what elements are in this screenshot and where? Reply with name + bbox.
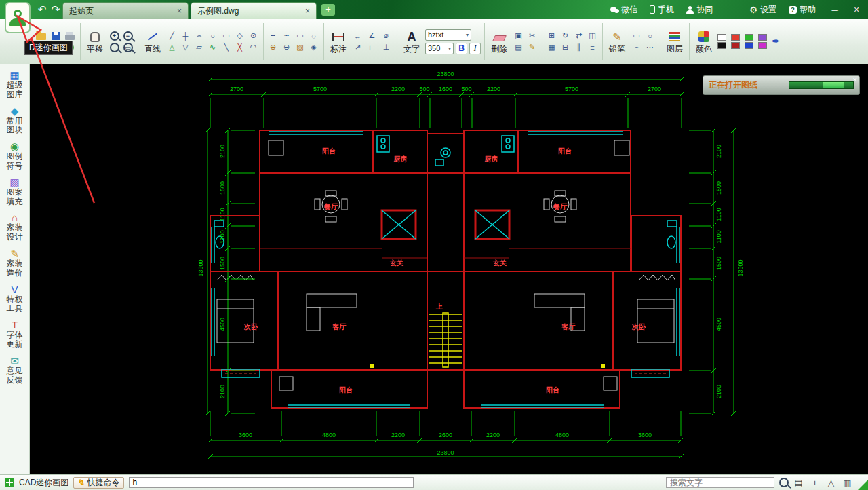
annotation-pen-icon[interactable]: ✒ — [770, 37, 782, 47]
donut-icon[interactable]: ⊖ — [281, 42, 292, 52]
search-text-input[interactable] — [666, 477, 774, 488]
polyline-icon[interactable]: ┼ — [180, 31, 191, 41]
rect-array-icon[interactable]: ▭ — [294, 31, 306, 41]
circle-ref-icon[interactable]: ◌ — [308, 31, 319, 41]
tab-close-icon[interactable]: × — [177, 7, 182, 15]
cross-icon[interactable]: ╳ — [234, 42, 245, 52]
drawing-canvas[interactable]: 2700570022005001600500220057002700238003… — [30, 64, 868, 474]
paste-icon[interactable]: ▤ — [513, 42, 524, 52]
angular-dim-icon[interactable]: ∠ — [366, 31, 378, 41]
offset-icon[interactable]: ╍ — [267, 31, 279, 41]
rectangle-icon[interactable]: ▭ — [220, 31, 232, 41]
bold-button[interactable]: B — [456, 43, 467, 54]
new-tab-button[interactable]: + — [321, 4, 335, 16]
swatch-white[interactable] — [717, 34, 726, 41]
print-preview-icon[interactable]: ▥ — [842, 478, 852, 488]
sidebar-item-super-library[interactable]: ▦超级 图库 — [0, 70, 30, 100]
pencil-button[interactable]: ✎ 铅笔 — [606, 29, 628, 54]
region-icon[interactable]: ◈ — [308, 42, 319, 52]
quick-command-button[interactable]: ↯ 快捷命令 — [73, 477, 124, 489]
linear-dim-icon[interactable]: ↔ — [352, 31, 363, 41]
doc-edit-icon[interactable]: ▤ — [793, 478, 804, 488]
color-button[interactable]: 颜色 — [693, 29, 715, 54]
swatch-green[interactable] — [745, 34, 753, 41]
save-file-icon[interactable] — [50, 31, 61, 41]
toast-close-button[interactable]: × — [853, 75, 857, 83]
settings-button[interactable]: ⚙ 设置 — [745, 3, 781, 16]
arc-icon[interactable]: ⌢ — [193, 31, 205, 41]
zoom-window-icon[interactable] — [108, 42, 120, 52]
sidebar-item-feedback[interactable]: ✉意见 反馈 — [0, 356, 30, 385]
scale-icon[interactable]: ⊟ — [559, 42, 571, 52]
italic-button[interactable]: I — [469, 43, 481, 54]
swatch-blue[interactable] — [745, 42, 753, 49]
swatch-red[interactable] — [731, 34, 740, 41]
sidebar-item-pattern-fill[interactable]: ▨图案 填充 — [0, 177, 30, 207]
perpendicular-icon[interactable]: ⊥ — [380, 42, 392, 52]
circle-icon[interactable]: ○ — [207, 31, 218, 41]
search-button[interactable] — [779, 478, 789, 487]
cloud-icon[interactable]: ⌢ — [631, 42, 642, 52]
halfarc-icon[interactable]: ◠ — [248, 42, 259, 52]
minimize-button[interactable]: ─ — [827, 5, 842, 15]
offset-copy-icon[interactable]: ∥ — [573, 42, 585, 52]
text-tool-button[interactable]: A 文字 — [401, 29, 422, 54]
resize-grip[interactable] — [858, 480, 868, 490]
close-button[interactable]: × — [849, 4, 864, 15]
erase-button[interactable]: 删除 — [488, 29, 510, 54]
tab-close-icon[interactable]: × — [305, 7, 310, 15]
open-file-icon[interactable] — [35, 31, 47, 41]
parallelogram-icon[interactable]: ▱ — [193, 42, 205, 52]
sidebar-item-font-update[interactable]: T字体 更新 — [0, 320, 30, 350]
print-icon[interactable] — [64, 31, 75, 41]
format-brush-icon[interactable]: ✎ — [526, 42, 538, 52]
font-size-select[interactable]: 350 ▾ — [425, 43, 454, 54]
phone-button[interactable]: 手机 — [645, 3, 679, 16]
triangle-icon[interactable]: △ — [166, 42, 178, 52]
line-icon[interactable]: ╱ — [166, 31, 178, 41]
tab-start-page[interactable]: 起始页 × — [62, 2, 189, 19]
explode-icon[interactable]: ≡ — [587, 42, 598, 52]
rotate-icon[interactable]: ↻ — [559, 31, 571, 41]
user-avatar-button[interactable] — [5, 2, 31, 33]
copy-icon[interactable]: ▣ — [513, 31, 524, 41]
swatch-black[interactable] — [717, 42, 726, 49]
align-icon[interactable]: ◫ — [587, 31, 598, 41]
ordinate-icon[interactable]: ∟ — [366, 42, 378, 52]
point-icon[interactable]: ⊙ — [248, 31, 259, 41]
redo-button[interactable]: ↷ — [49, 3, 62, 16]
sidebar-item-common-blocks[interactable]: ◆常用 图块 — [0, 106, 30, 136]
circle-sketch-icon[interactable]: ○ — [644, 31, 656, 41]
ray-icon[interactable]: ╲ — [220, 42, 232, 52]
line-tool-button[interactable]: 直线 — [142, 29, 163, 54]
swatch-purple[interactable] — [758, 34, 767, 41]
swatch-magenta[interactable] — [758, 42, 767, 49]
sidebar-item-home-design[interactable]: ⌂家装 设计 — [0, 212, 30, 242]
mirror-icon[interactable]: ⇄ — [573, 31, 585, 41]
add-sheet-icon[interactable]: + — [810, 478, 820, 488]
ellipse-icon[interactable]: ◇ — [234, 31, 245, 41]
polygon-icon[interactable]: ▽ — [180, 42, 191, 52]
boundary-icon[interactable]: ⊕ — [267, 42, 279, 52]
tab-example-dwg[interactable]: 示例图.dwg × — [191, 2, 317, 19]
collab-button[interactable]: 协同 — [682, 3, 717, 16]
zoom-in-icon[interactable]: + — [108, 31, 120, 41]
measure-tool-icon[interactable]: △ — [826, 478, 836, 488]
layer-button[interactable]: 图层 — [664, 29, 686, 54]
zoom-extents-icon[interactable]: ▭ — [122, 42, 134, 52]
font-family-select[interactable]: hztxt ▾ — [425, 29, 471, 41]
cut-icon[interactable]: ✂ — [526, 31, 538, 41]
sidebar-item-legend-symbols[interactable]: ◉图例 符号 — [0, 141, 30, 171]
divide-icon[interactable]: ┄ — [281, 31, 292, 41]
dimension-button[interactable]: 标注 — [328, 29, 349, 54]
move-icon[interactable]: ⊞ — [546, 31, 557, 41]
rect-sketch-icon[interactable]: ▭ — [631, 31, 642, 41]
swatch-darkred[interactable] — [731, 42, 740, 49]
zoom-out-icon[interactable]: − — [122, 31, 134, 41]
undo-button[interactable]: ↶ — [35, 3, 49, 16]
pan-button[interactable]: 平移 — [84, 29, 106, 54]
spline-icon[interactable]: ∿ — [207, 42, 218, 52]
diameter-dim-icon[interactable]: ⌀ — [380, 31, 392, 41]
freehand-icon[interactable]: ⋯ — [644, 42, 656, 52]
array-icon[interactable]: ▦ — [546, 42, 557, 52]
